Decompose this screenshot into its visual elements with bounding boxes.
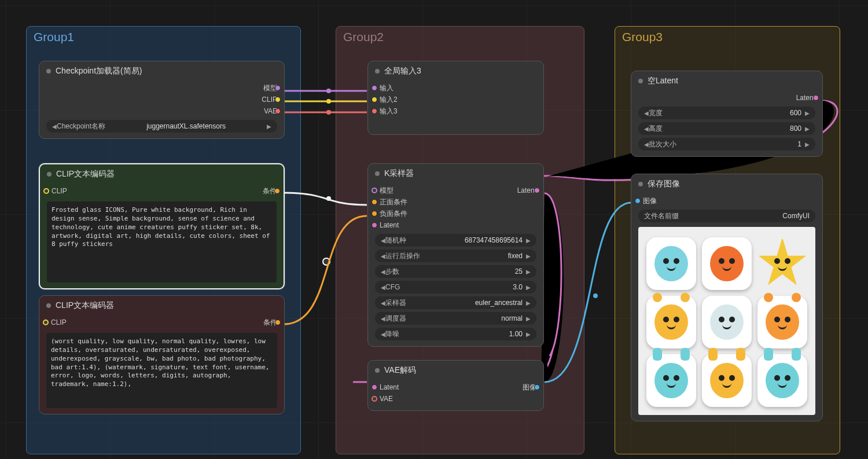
widget-batch[interactable]: ◀批次大小1▶ [638,138,815,150]
port-clip-in[interactable] [43,320,49,325]
port-latent-in[interactable] [372,384,377,390]
port-positive-in[interactable] [372,199,377,205]
prompt-textarea-negative[interactable]: (worst quality, low quality, normal qual… [46,333,277,408]
node-title: VAE解码 [384,365,416,376]
port-cond-out[interactable] [275,320,281,325]
port-model-out[interactable] [275,85,281,91]
node-empty-latent[interactable]: 空Latent Latent ◀宽度600▶ ◀高度800▶ ◀批次大小1▶ [631,71,823,157]
prompt-textarea-positive[interactable]: Frosted glass ICONS, Pure white backgrou… [47,201,277,282]
port-clip-out[interactable] [275,97,281,102]
chevron-right-icon: ▶ [267,123,271,130]
node-save-image[interactable]: 保存图像 图像 文件名前缀 ComfyUI [631,174,823,421]
port-latent-out[interactable] [534,188,540,193]
widget-scheduler[interactable]: ◀调度器normal▶ [375,312,536,325]
port-model-in[interactable] [372,188,377,193]
port-clip-in[interactable] [43,188,49,194]
port-in2[interactable] [372,97,377,102]
port-image-in[interactable] [635,198,641,204]
widget-width[interactable]: ◀宽度600▶ [638,107,815,119]
output-image-preview[interactable] [638,227,815,415]
node-title: CLIP文本编码器 [56,300,114,311]
node-global-input[interactable]: 全局输入3 输入 输入2 输入3 [367,61,544,135]
node-clip-text-encode-negative[interactable]: CLIP文本编码器 CLIP 条件 (worst quality, low qu… [39,295,285,414]
group-2-title: Group2 [343,30,384,44]
port-latent-out[interactable] [813,95,819,101]
port-cond-out[interactable] [274,188,280,194]
node-clip-text-encode-positive[interactable]: CLIP文本编码器 CLIP 条件 Frosted glass ICONS, P… [39,163,285,289]
group-3-title: Group3 [622,30,663,44]
widget-filename-prefix[interactable]: 文件名前缀 ComfyUI [638,210,815,222]
node-title: Checkpoint加载器(简易) [56,66,142,76]
port-latent-in[interactable] [372,222,377,228]
port-in1[interactable] [372,85,377,91]
node-title: 保存图像 [648,179,680,189]
widget-denoise[interactable]: ◀降噪1.00▶ [375,328,536,340]
node-ksampler[interactable]: K采样器 模型 Latent 正面条件 负面条件 Latent ◀随机种6873… [367,163,544,347]
widget-height[interactable]: ◀高度800▶ [638,122,815,135]
node-vae-decode[interactable]: VAE解码 Latent 图像 VAE [367,360,544,411]
node-checkpoint-loader[interactable]: Checkpoint加载器(简易) 模型 CLIP VAE ◀ Checkpoi… [39,61,285,139]
widget-checkpoint-name[interactable]: ◀ Checkpoint名称 juggernautXL.safetensors … [46,120,277,133]
node-title: 空Latent [648,76,678,86]
widget-steps[interactable]: ◀步数25▶ [375,265,536,278]
node-title: 全局输入3 [384,66,421,76]
widget-sampler[interactable]: ◀采样器euler_ancestral▶ [375,296,536,309]
port-vae-in[interactable] [372,396,377,402]
port-vae-out[interactable] [275,108,281,114]
node-title: CLIP文本编码器 [56,169,115,179]
widget-cfg[interactable]: ◀CFG3.0▶ [375,281,536,293]
node-title: K采样器 [384,168,414,179]
chevron-left-icon: ◀ [52,123,57,130]
port-image-out[interactable] [534,384,540,390]
group-1-title: Group1 [34,30,74,44]
widget-seed[interactable]: ◀随机种687347458695614▶ [375,234,536,247]
port-in3[interactable] [372,108,377,114]
widget-control[interactable]: ◀运行后操作fixed▶ [375,249,536,262]
port-negative-in[interactable] [372,211,377,216]
